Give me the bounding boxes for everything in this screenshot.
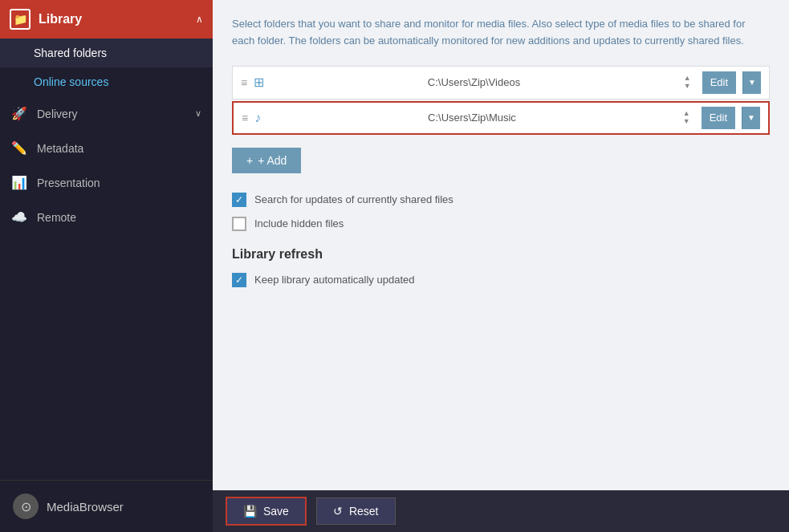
reset-icon: ↺: [333, 505, 343, 518]
save-label: Save: [263, 505, 289, 518]
remote-icon: ☁️: [11, 209, 27, 225]
folder-arrows-videos: ▲ ▼: [684, 75, 691, 90]
edit-dropdown-videos[interactable]: ▼: [742, 71, 761, 94]
delivery-icon: 🚀: [11, 106, 27, 121]
edit-button-music[interactable]: Edit: [702, 107, 735, 129]
folder-down-arrow-videos[interactable]: ▼: [684, 83, 691, 90]
sidebar-library-header[interactable]: 📁 Library ∧: [0, 0, 213, 39]
keep-updated-checkbox[interactable]: ✓: [232, 273, 246, 287]
sidebar-metadata-label: Metadata: [37, 142, 201, 155]
library-refresh-title: Library refresh: [232, 247, 770, 262]
sidebar-chevron-icon: ∧: [196, 14, 203, 25]
mediabrowser-logo: ⊙: [13, 493, 39, 519]
folder-row-music: ≡ ♪ C:\Users\Zip\Music ▲ ▼ Edit ▼: [232, 101, 770, 135]
folder-type-grid-icon: ⊞: [254, 75, 264, 90]
folder-arrows-music: ▲ ▼: [683, 110, 690, 125]
include-hidden-row: Include hidden files: [232, 217, 770, 231]
folder-row-videos: ≡ ⊞ C:\Users\Zip\Videos ▲ ▼ Edit ▼: [232, 66, 770, 99]
bottom-bar: 💾 Save ↺ Reset: [213, 490, 789, 532]
save-button[interactable]: 💾 Save: [226, 497, 307, 526]
search-updates-row: ✓ Search for updates of currently shared…: [232, 193, 770, 207]
sidebar-header-title: Library: [39, 12, 188, 26]
sidebar-footer: ⊙ MediaBrowser: [0, 480, 213, 532]
edit-dropdown-music[interactable]: ▼: [742, 107, 760, 129]
drag-handle-music[interactable]: ≡: [242, 112, 248, 124]
search-updates-checkbox[interactable]: ✓: [232, 193, 246, 207]
library-icon: 📁: [10, 9, 31, 30]
sidebar-presentation-label: Presentation: [37, 177, 201, 189]
main-content: Select folders that you want to share an…: [213, 0, 789, 532]
reset-label: Reset: [349, 505, 379, 518]
folder-up-arrow-music[interactable]: ▲: [683, 110, 690, 117]
folder-up-arrow-videos[interactable]: ▲: [684, 75, 691, 82]
sidebar-remote-label: Remote: [37, 211, 201, 224]
sidebar-item-presentation[interactable]: 📊 Presentation: [0, 165, 213, 200]
sidebar-item-remote[interactable]: ☁️ Remote: [0, 200, 213, 234]
sidebar-item-delivery[interactable]: 🚀 Delivery ∨: [0, 96, 213, 131]
edit-button-videos[interactable]: Edit: [702, 71, 736, 94]
sidebar: 📁 Library ∧ Shared folders Online source…: [0, 0, 213, 532]
delivery-chevron-icon: ∨: [195, 108, 201, 119]
presentation-icon: 📊: [11, 175, 27, 190]
add-icon: +: [246, 154, 253, 167]
add-button-label: + Add: [258, 154, 287, 167]
folder-type-music-icon: ♪: [254, 111, 261, 125]
include-hidden-checkbox[interactable]: [232, 217, 246, 231]
library-refresh-section: Library refresh ✓ Keep library automatic…: [232, 247, 770, 287]
keep-updated-row: ✓ Keep library automatically updated: [232, 273, 770, 287]
save-icon: 💾: [243, 505, 257, 518]
add-folder-button[interactable]: + + Add: [232, 148, 301, 173]
keep-updated-label: Keep library automatically updated: [254, 274, 414, 286]
folder-path-videos: C:\Users\Zip\Videos: [270, 76, 677, 88]
sidebar-item-shared-folders[interactable]: Shared folders: [0, 39, 213, 67]
description-text: Select folders that you want to share an…: [232, 16, 770, 50]
reset-button[interactable]: ↺ Reset: [316, 497, 396, 525]
metadata-icon: ✏️: [11, 140, 27, 156]
folder-list: ≡ ⊞ C:\Users\Zip\Videos ▲ ▼ Edit ▼ ≡ ♪ C…: [232, 66, 770, 135]
content-area: Select folders that you want to share an…: [213, 0, 789, 490]
drag-handle-videos[interactable]: ≡: [241, 76, 247, 89]
folder-down-arrow-music[interactable]: ▼: [683, 118, 690, 125]
app-container: 📁 Library ∧ Shared folders Online source…: [0, 0, 789, 532]
search-updates-label: Search for updates of currently shared f…: [254, 193, 453, 205]
mediabrowser-label: MediaBrowser: [47, 500, 124, 514]
include-hidden-label: Include hidden files: [254, 217, 344, 229]
folder-path-music: C:\Users\Zip\Music: [267, 112, 677, 124]
sidebar-item-online-sources[interactable]: Online sources: [0, 67, 213, 96]
sidebar-delivery-label: Delivery: [37, 108, 185, 120]
sidebar-item-metadata[interactable]: ✏️ Metadata: [0, 131, 213, 165]
